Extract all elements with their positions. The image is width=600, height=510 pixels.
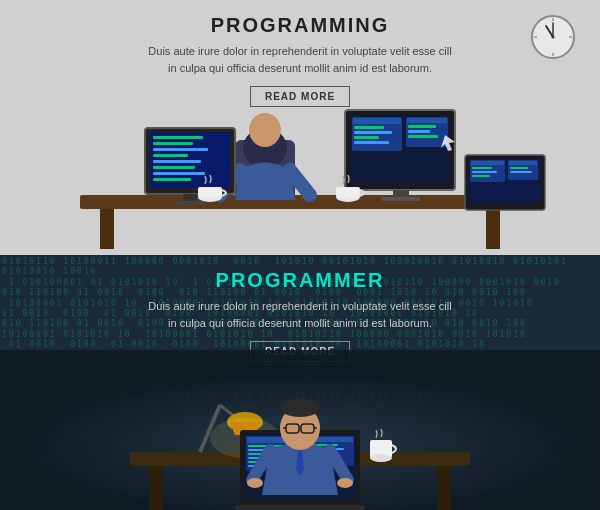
bottom-title: PROGRAMMER [216,269,385,292]
clock-icon [530,14,576,60]
svg-rect-19 [153,154,188,157]
svg-rect-47 [472,171,497,173]
svg-point-93 [337,478,353,488]
top-title: PROGRAMMING [211,14,390,37]
bottom-section: 01010110 10100011 100000 0001010 0010 10… [0,255,600,510]
svg-rect-33 [354,141,389,144]
svg-rect-23 [153,178,191,181]
svg-rect-40 [393,190,409,198]
svg-rect-29 [353,118,401,124]
svg-rect-41 [382,197,420,201]
svg-rect-21 [153,166,195,169]
svg-rect-56 [336,187,360,197]
svg-rect-50 [509,161,537,165]
svg-rect-83 [235,505,365,510]
svg-rect-48 [472,175,490,177]
svg-rect-51 [510,167,528,169]
svg-rect-35 [407,118,447,123]
svg-rect-31 [354,131,392,134]
svg-rect-59 [150,466,162,510]
svg-point-13 [249,113,281,147]
svg-rect-18 [153,148,208,151]
svg-point-85 [280,399,320,417]
svg-rect-32 [354,136,379,139]
svg-rect-37 [408,130,430,133]
svg-rect-9 [100,209,114,249]
svg-rect-10 [486,209,500,249]
svg-rect-38 [408,135,438,138]
svg-rect-36 [408,125,436,128]
svg-rect-54 [198,187,222,197]
svg-point-95 [370,454,392,462]
svg-rect-8 [80,195,520,209]
svg-rect-60 [438,466,450,510]
svg-rect-45 [471,161,504,165]
svg-point-92 [247,478,263,488]
top-desk-scene [0,80,600,255]
svg-rect-17 [153,142,193,145]
bottom-description: Duis aute irure dolor in reprehenderit i… [148,298,451,331]
top-section: PROGRAMMING Duis aute irure dolor in rep… [0,0,600,255]
svg-rect-52 [510,171,532,173]
svg-rect-22 [153,172,205,175]
svg-rect-20 [153,160,201,163]
top-description: Duis aute irure dolor in reprehenderit i… [148,43,451,76]
svg-rect-25 [175,201,205,205]
svg-rect-30 [354,126,384,129]
svg-rect-46 [472,167,492,169]
bottom-desk-scene [0,350,600,510]
svg-rect-16 [153,136,203,139]
svg-rect-24 [183,194,197,202]
